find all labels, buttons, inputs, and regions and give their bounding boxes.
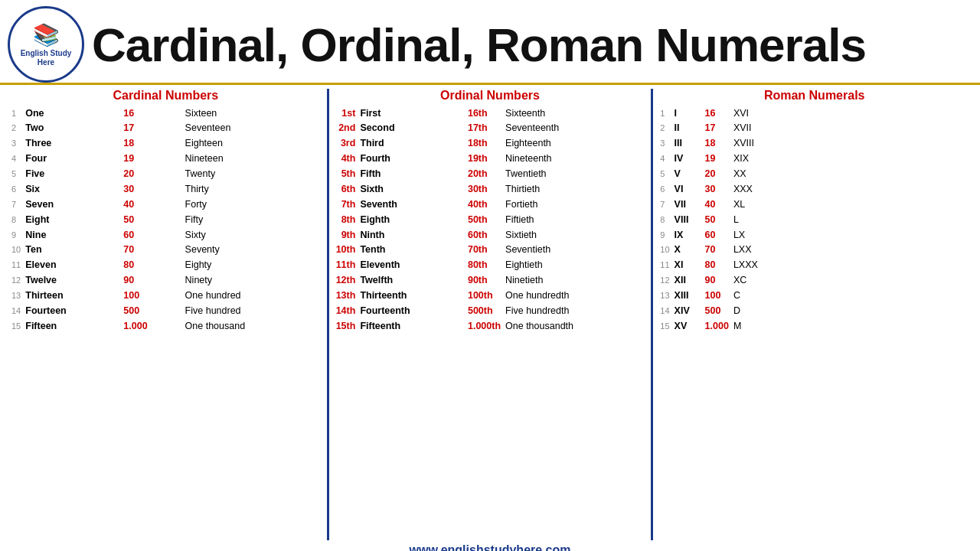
cardinal-num2: 16 [121, 106, 182, 121]
roman-num2: 30 [703, 181, 731, 197]
ordinal-num2: 1.000th [466, 318, 503, 334]
divider-2 [651, 89, 653, 540]
page: 📚 English Study Here Cardinal, Ordinal, … [0, 0, 980, 551]
cardinal-word: Eight [23, 212, 121, 227]
table-row: 3 III 18 XVIII [658, 136, 971, 152]
ordinal-word2: Sixteenth [503, 106, 646, 121]
ordinal-num2: 30th [466, 181, 503, 197]
roman-word: XI [672, 258, 703, 273]
roman-num2: 1.000 [703, 318, 731, 334]
table-row: 5th Fifth 20th Twentieth [334, 167, 647, 182]
logo-text: English Study Here [21, 49, 72, 67]
ordinal-word2: One thousandth [503, 318, 646, 334]
ordinal-word2: Twentieth [503, 167, 646, 182]
website-url: www.englishstudyhere.com [409, 543, 570, 551]
roman-word2: M [731, 318, 971, 334]
table-row: 5 Five 20 Twenty [9, 167, 322, 182]
table-row: 12 Twelve 90 Ninety [9, 273, 322, 289]
ordinal-word: Second [358, 121, 466, 136]
ordinal-num: 13th [334, 289, 358, 304]
content-area: Cardinal Numbers 1 One 16 Sixteen 2 Two … [0, 89, 980, 540]
table-row: 10 X 70 LXX [658, 243, 971, 258]
ordinal-word2: Ninetieth [503, 273, 646, 289]
cardinal-word2: Twenty [183, 167, 322, 182]
table-row: 8 Eight 50 Fifty [9, 212, 322, 227]
table-row: 9th Ninth 60th Sixtieth [334, 227, 647, 243]
table-row: 9 IX 60 LX [658, 227, 971, 243]
cardinal-num2: 19 [121, 152, 182, 167]
ordinal-num: 5th [334, 167, 358, 182]
ordinal-num: 12th [334, 273, 358, 289]
ordinal-num2: 100th [466, 289, 503, 304]
roman-word: VI [672, 181, 703, 197]
cardinal-word2: Nineteen [183, 152, 322, 167]
roman-word: XII [672, 273, 703, 289]
cardinal-word2: Eighteen [183, 136, 322, 152]
ordinal-word: Twelfth [358, 273, 466, 289]
cardinal-num: 12 [9, 273, 23, 289]
cardinal-num2: 60 [121, 227, 182, 243]
cardinal-num2: 30 [121, 181, 182, 197]
ordinal-word2: Eightieth [503, 258, 646, 273]
table-row: 15 XV 1.000 M [658, 318, 971, 334]
ordinal-num2: 16th [466, 106, 503, 121]
roman-num: 6 [658, 181, 671, 197]
roman-word: III [672, 136, 703, 152]
roman-section: Roman Numerals 1 I 16 XVI 2 II 17 XVII 3… [655, 89, 974, 540]
roman-num: 12 [658, 273, 671, 289]
cardinal-word: Fourteen [23, 303, 121, 318]
cardinal-num: 7 [9, 197, 23, 212]
ordinal-word2: Nineteenth [503, 152, 646, 167]
ordinal-word: Fifth [358, 167, 466, 182]
table-row: 10th Tenth 70th Seventieth [334, 243, 647, 258]
cardinal-num: 6 [9, 181, 23, 197]
cardinal-num: 10 [9, 243, 23, 258]
roman-word2: LXX [731, 243, 971, 258]
ordinal-num2: 40th [466, 197, 503, 212]
ordinal-num2: 500th [466, 303, 503, 318]
ordinal-title: Ordinal Numbers [334, 89, 647, 103]
cardinal-word: Five [23, 167, 121, 182]
table-row: 13 Thirteen 100 One hundred [9, 289, 322, 304]
ordinal-word2: Fortieth [503, 197, 646, 212]
ordinal-num: 7th [334, 197, 358, 212]
ordinal-num2: 90th [466, 273, 503, 289]
table-row: 14 XIV 500 D [658, 303, 971, 318]
ordinal-num: 10th [334, 243, 358, 258]
cardinal-num2: 500 [121, 303, 182, 318]
roman-word: I [672, 106, 703, 121]
ordinal-word2: Seventieth [503, 243, 646, 258]
ordinal-word: Eleventh [358, 258, 466, 273]
cardinal-word2: Seventeen [183, 121, 322, 136]
cardinal-num2: 1.000 [121, 318, 182, 334]
roman-word: VIII [672, 212, 703, 227]
roman-word: XIII [672, 289, 703, 304]
roman-num: 7 [658, 197, 671, 212]
roman-num2: 100 [703, 289, 731, 304]
roman-num: 2 [658, 121, 671, 136]
cardinal-word2: One thousand [183, 318, 322, 334]
logo: 📚 English Study Here [8, 6, 84, 83]
ordinal-num2: 50th [466, 212, 503, 227]
cardinal-word2: Forty [183, 197, 322, 212]
ordinal-num2: 18th [466, 136, 503, 152]
cardinal-word: Three [23, 136, 121, 152]
page-title: Cardinal, Ordinal, Roman Numerals [92, 18, 866, 72]
roman-table: 1 I 16 XVI 2 II 17 XVII 3 III 18 XVIII 4… [658, 106, 971, 334]
table-row: 6th Sixth 30th Thirtieth [334, 181, 647, 197]
table-row: 11th Eleventh 80th Eightieth [334, 258, 647, 273]
ordinal-word: Thirteenth [358, 289, 466, 304]
cardinal-num2: 70 [121, 243, 182, 258]
cardinal-word2: Ninety [183, 273, 322, 289]
cardinal-word: Thirteen [23, 289, 121, 304]
cardinal-num: 1 [9, 106, 23, 121]
cardinal-word: Eleven [23, 258, 121, 273]
cardinal-num: 5 [9, 167, 23, 182]
table-row: 9 Nine 60 Sixty [9, 227, 322, 243]
ordinal-num2: 17th [466, 121, 503, 136]
ordinal-word2: One hundredth [503, 289, 646, 304]
cardinal-num2: 17 [121, 121, 182, 136]
cardinal-num2: 80 [121, 258, 182, 273]
roman-word2: XC [731, 273, 971, 289]
roman-num2: 60 [703, 227, 731, 243]
